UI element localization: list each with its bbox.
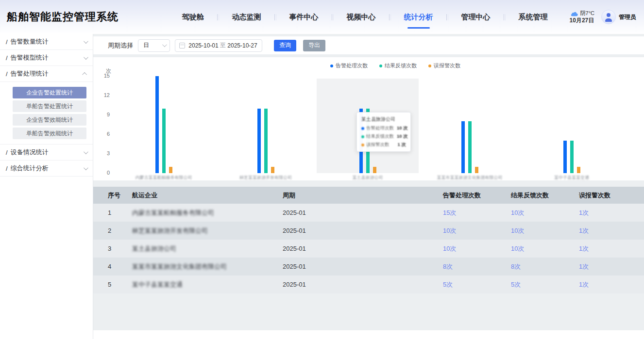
chevron-down-icon bbox=[162, 42, 167, 47]
date-range-picker[interactable]: 2025-10-01 至 2025-10-27 bbox=[175, 39, 262, 52]
nav-item-2[interactable]: 动态监测 bbox=[219, 13, 274, 22]
legend-dot bbox=[330, 65, 333, 67]
tooltip-row: 结果反馈次数10 次 bbox=[361, 133, 406, 140]
nav-item-1[interactable]: 驾驶舱 bbox=[169, 13, 217, 22]
bar[interactable] bbox=[257, 109, 261, 173]
sidebar-group-2[interactable]: /告警模型统计 bbox=[0, 50, 93, 66]
count-link[interactable]: 10次 bbox=[511, 226, 579, 235]
sidebar-group-label: 综合统计分析 bbox=[11, 164, 49, 173]
count-link[interactable]: 1次 bbox=[579, 209, 629, 217]
bar[interactable] bbox=[271, 167, 274, 173]
legend-label: 结果反馈次数 bbox=[385, 62, 417, 69]
nav-item-6[interactable]: 管理中心 bbox=[448, 13, 504, 22]
y-axis-tick: 15 bbox=[93, 73, 110, 79]
sidebar-subitem-2[interactable]: 单船告警处置统计 bbox=[13, 100, 86, 112]
query-button[interactable]: 查询 bbox=[274, 40, 296, 51]
bar[interactable] bbox=[468, 121, 472, 173]
filter-bar: 周期选择 日 2025-10-01 至 2025-10-27 查询 导出 bbox=[93, 36, 644, 54]
weather-widget: 阴7°C 10月27日 bbox=[570, 10, 594, 24]
count-link[interactable]: 1次 bbox=[579, 280, 629, 289]
date-start-value: 2025-10-01 bbox=[188, 42, 219, 49]
legend-dot bbox=[379, 65, 382, 67]
tooltip-dot bbox=[361, 144, 364, 146]
y-axis-tick: 6 bbox=[93, 131, 110, 137]
count-link[interactable]: 5次 bbox=[443, 280, 511, 289]
nav-item-5[interactable]: 统计分析 bbox=[391, 13, 446, 22]
count-link[interactable]: 10次 bbox=[511, 209, 579, 217]
count-link[interactable]: 1次 bbox=[579, 226, 629, 235]
y-axis-tick: 12 bbox=[93, 92, 110, 98]
y-axis-tick: 9 bbox=[93, 112, 110, 117]
count-link[interactable]: 10次 bbox=[443, 226, 511, 235]
bar[interactable] bbox=[169, 167, 172, 173]
count-link[interactable]: 10次 bbox=[511, 244, 579, 253]
main-nav: 驾驶舱动态监测事件中心视频中心统计分析管理中心系统管理 bbox=[169, 13, 561, 22]
chart-legend: 告警处理次数结果反馈次数误报警次数 bbox=[120, 62, 644, 69]
bar[interactable] bbox=[373, 167, 376, 173]
chart-card: 告警处理次数结果反馈次数误报警次数 次 03691215 某土县旅游公司 告警处… bbox=[93, 57, 644, 180]
sidebar-subitem-4[interactable]: 单船告警效能统计 bbox=[13, 128, 86, 139]
count-link[interactable]: 15次 bbox=[443, 209, 511, 217]
nav-item-3[interactable]: 事件中心 bbox=[276, 13, 332, 22]
user-menu[interactable]: 管理员 bbox=[601, 10, 636, 24]
tooltip-row: 误报警次数1 次 bbox=[361, 142, 406, 148]
period-select-label: 周期选择 bbox=[108, 41, 133, 50]
x-axis-label: 某土县旅游公司 bbox=[353, 175, 383, 181]
table-row: 5某中子县某某交通2025-015次5次1次 bbox=[93, 275, 644, 293]
main-content: 周期选择 日 2025-10-01 至 2025-10-27 查询 导出 告警处… bbox=[93, 34, 644, 339]
table-cell: 林芝某某旅游开发有限公司 bbox=[132, 226, 283, 235]
sidebar-group-1[interactable]: /告警数量统计 bbox=[0, 34, 93, 50]
table-cell: 2 bbox=[108, 227, 132, 234]
bar[interactable] bbox=[475, 167, 478, 173]
sidebar-subitem-1[interactable]: 企业告警处置统计 bbox=[13, 87, 86, 98]
table-header-cell: 周期 bbox=[283, 191, 443, 200]
table-cell: 1 bbox=[108, 209, 132, 216]
avatar-icon bbox=[601, 10, 616, 24]
table-cell: 某中子县某某交通 bbox=[132, 280, 283, 289]
period-select[interactable]: 日 bbox=[138, 39, 170, 52]
bar[interactable] bbox=[577, 167, 580, 173]
bar[interactable] bbox=[570, 141, 574, 173]
export-button[interactable]: 导出 bbox=[303, 40, 325, 51]
table-header-cell: 序号 bbox=[108, 191, 132, 200]
legend-item[interactable]: 结果反馈次数 bbox=[379, 62, 417, 69]
sidebar-group-label: 设备情况统计 bbox=[11, 148, 49, 157]
sidebar-group-4[interactable]: /设备情况统计 bbox=[0, 145, 93, 161]
y-axis-tick: 0 bbox=[93, 170, 110, 176]
nav-item-7[interactable]: 系统管理 bbox=[506, 13, 561, 22]
table-row: 1内蒙古某某船舶服务有限公司2025-0115次10次1次 bbox=[93, 204, 644, 222]
bar[interactable] bbox=[264, 109, 268, 173]
tooltip-row: 告警处理次数10 次 bbox=[361, 125, 406, 131]
date-text: 10月27日 bbox=[570, 17, 594, 24]
table-cell: 内蒙古某某船舶服务有限公司 bbox=[132, 209, 283, 217]
cloud-icon bbox=[570, 11, 578, 16]
x-axis-label: 内蒙古某某船舶服务有限公司 bbox=[136, 175, 192, 181]
count-link[interactable]: 8次 bbox=[443, 262, 511, 271]
bar[interactable] bbox=[162, 109, 166, 173]
count-link[interactable]: 1次 bbox=[579, 262, 629, 271]
chart-tooltip: 某土县旅游公司 告警处理次数10 次结果反馈次数10 次误报警次数1 次 bbox=[356, 112, 411, 152]
sidebar-subitem-3[interactable]: 企业告警效能统计 bbox=[13, 114, 86, 126]
nav-item-4[interactable]: 视频中心 bbox=[334, 13, 389, 22]
count-link[interactable]: 5次 bbox=[511, 280, 579, 289]
y-axis-tick: 3 bbox=[93, 150, 110, 156]
count-link[interactable]: 10次 bbox=[443, 244, 511, 253]
legend-item[interactable]: 误报警次数 bbox=[428, 62, 460, 69]
tooltip-dot bbox=[361, 127, 364, 130]
bar[interactable] bbox=[155, 76, 159, 173]
table-row: 4某某市某某旅游文化集团有限公司2025-018次8次1次 bbox=[93, 258, 644, 275]
sidebar-group-5[interactable]: /综合统计分析 bbox=[0, 161, 93, 177]
count-link[interactable]: 8次 bbox=[511, 262, 579, 271]
legend-item[interactable]: 告警处理次数 bbox=[330, 62, 368, 69]
bar[interactable] bbox=[461, 121, 465, 173]
sidebar-sublist: 企业告警处置统计单船告警处置统计企业告警效能统计单船告警效能统计 bbox=[0, 82, 93, 145]
tooltip-label: 告警处理次数 bbox=[366, 125, 394, 131]
bar[interactable] bbox=[563, 141, 567, 173]
x-axis-label: 林芝某某旅游开发有限公司 bbox=[239, 175, 292, 181]
count-link[interactable]: 1次 bbox=[579, 244, 629, 253]
sidebar-group-3[interactable]: /告警处理统计 bbox=[0, 66, 93, 82]
table-cell: 某土县旅游公司 bbox=[132, 244, 283, 253]
chevron-down-icon bbox=[84, 149, 88, 154]
chevron-up-icon bbox=[82, 72, 87, 77]
table-cell: 某某市某某旅游文化集团有限公司 bbox=[132, 262, 283, 271]
